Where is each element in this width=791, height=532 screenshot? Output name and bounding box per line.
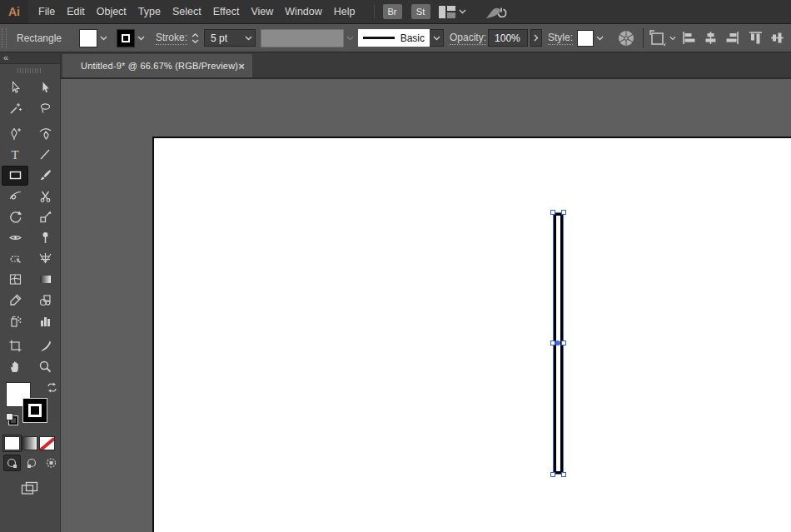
zoom-tool[interactable] [30, 356, 60, 377]
menu-edit[interactable]: Edit [61, 0, 91, 23]
curvature-tool[interactable] [30, 123, 60, 144]
menu-object[interactable]: Object [91, 0, 132, 23]
style-control[interactable] [577, 29, 605, 47]
control-separator [643, 28, 644, 48]
menu-file[interactable]: File [32, 0, 61, 23]
rotate-tool[interactable] [0, 206, 30, 227]
stroke-weight-stepper[interactable] [192, 33, 199, 43]
menu-window[interactable]: Window [279, 0, 327, 23]
stroke-chevron[interactable] [135, 29, 147, 47]
swap-fill-stroke-icon[interactable] [47, 382, 57, 393]
type-tool[interactable]: T [0, 144, 30, 165]
style-swatch[interactable] [577, 30, 594, 47]
color-mode-buttons [0, 434, 60, 452]
opacity-field[interactable]: 100% [488, 29, 528, 47]
magic-wand-tool[interactable] [0, 98, 30, 119]
opacity-label[interactable]: Opacity: [450, 32, 486, 45]
stroke-weight-dropdown[interactable] [241, 30, 255, 46]
align-left-icon[interactable] [682, 31, 696, 45]
stroke-weight-field[interactable]: 5 pt [204, 29, 256, 47]
align-right-icon[interactable] [725, 31, 739, 45]
selection-handle[interactable] [561, 472, 566, 477]
draw-normal-button[interactable] [3, 455, 21, 471]
stroke-color-control[interactable] [117, 29, 147, 47]
brush-definition-control[interactable]: Basic [358, 29, 444, 47]
tool-panel-collapse[interactable]: « [0, 52, 60, 64]
stroke-weight-value[interactable]: 5 pt [205, 32, 241, 44]
selected-rectangle[interactable] [553, 212, 564, 475]
pen-tool[interactable] [0, 123, 30, 144]
opacity-value[interactable]: 100% [489, 32, 527, 44]
puppet-warp-tool[interactable] [30, 227, 60, 248]
gradient-button[interactable] [22, 436, 37, 450]
none-button[interactable] [39, 436, 55, 450]
selection-handle[interactable] [550, 472, 555, 477]
workspace-switcher[interactable] [439, 6, 470, 18]
shape-builder-tool[interactable] [0, 248, 30, 269]
document-tab[interactable]: Untitled-9* @ 66.67% (RGB/Preview) × [62, 54, 252, 77]
line-segment-tool[interactable] [30, 144, 60, 165]
column-graph-tool[interactable] [30, 311, 60, 331]
scale-tool[interactable] [30, 206, 60, 227]
selection-handle[interactable] [550, 210, 555, 215]
menu-effect[interactable]: Effect [207, 0, 246, 23]
lasso-tool[interactable] [30, 98, 60, 119]
artboard[interactable] [152, 137, 791, 532]
direct-selection-tool[interactable] [30, 77, 60, 98]
transform-control[interactable] [649, 29, 676, 47]
rectangle-tool[interactable] [0, 165, 30, 186]
color-button[interactable] [4, 436, 20, 450]
draw-behind-button[interactable] [23, 455, 41, 471]
default-fill-stroke-icon[interactable] [6, 413, 19, 425]
menu-select[interactable]: Select [167, 0, 207, 23]
slice-tool[interactable] [30, 336, 60, 356]
tab-close-icon[interactable]: × [238, 60, 245, 72]
perspective-grid-tool[interactable] [30, 248, 60, 269]
fill-color-control[interactable] [79, 29, 109, 47]
align-vcenter-icon[interactable] [770, 31, 784, 45]
control-bar: Rectangle Stroke: 5 pt Basic [0, 24, 791, 52]
opacity-expand-button[interactable] [530, 29, 542, 47]
paintbrush-tool[interactable] [30, 165, 60, 186]
style-label[interactable]: Style: [548, 32, 573, 45]
control-bar-grip[interactable] [2, 28, 7, 48]
stroke-swatch[interactable] [117, 29, 135, 47]
selection-tool[interactable] [0, 77, 30, 98]
gpu-performance-icon[interactable] [485, 4, 507, 20]
shaper-tool[interactable] [0, 186, 30, 206]
menu-view[interactable]: View [245, 0, 279, 23]
fill-chevron[interactable] [97, 29, 109, 47]
scissors-tool[interactable] [30, 186, 60, 206]
brush-dropdown[interactable] [430, 29, 444, 47]
screen-mode-button[interactable] [0, 475, 60, 500]
fill-swatch[interactable] [79, 29, 97, 47]
bridge-button[interactable]: Br [383, 4, 402, 19]
gradient-tool[interactable] [30, 269, 60, 290]
draw-inside-button[interactable] [42, 455, 60, 471]
selection-center-point[interactable] [555, 341, 560, 346]
blend-tool[interactable] [30, 290, 60, 311]
width-tool[interactable] [0, 227, 30, 248]
stock-button[interactable]: St [411, 4, 430, 19]
artboard-tool[interactable] [0, 336, 30, 356]
style-chevron[interactable] [594, 29, 605, 47]
symbol-sprayer-tool[interactable] [0, 311, 30, 331]
canvas[interactable] [61, 79, 791, 532]
tool-panel-grip[interactable] [0, 64, 60, 77]
selection-handle[interactable] [561, 210, 566, 215]
recolor-artwork-icon[interactable] [617, 29, 635, 47]
align-top-icon[interactable] [749, 31, 763, 45]
stepper-up-icon[interactable] [192, 33, 199, 37]
mesh-tool[interactable] [0, 269, 30, 290]
stroke-weight-label[interactable]: Stroke: [156, 32, 187, 45]
menu-type[interactable]: Type [132, 0, 167, 23]
align-center-icon[interactable] [704, 31, 718, 45]
brush-preview[interactable]: Basic [358, 29, 430, 47]
eyedropper-tool[interactable] [0, 290, 30, 311]
selection-handle[interactable] [561, 341, 566, 346]
stroke-indicator[interactable] [22, 398, 47, 423]
width-profile-dropdown [261, 29, 344, 47]
stepper-down-icon[interactable] [192, 39, 199, 43]
hand-tool[interactable] [0, 356, 30, 377]
menu-help[interactable]: Help [328, 0, 361, 23]
